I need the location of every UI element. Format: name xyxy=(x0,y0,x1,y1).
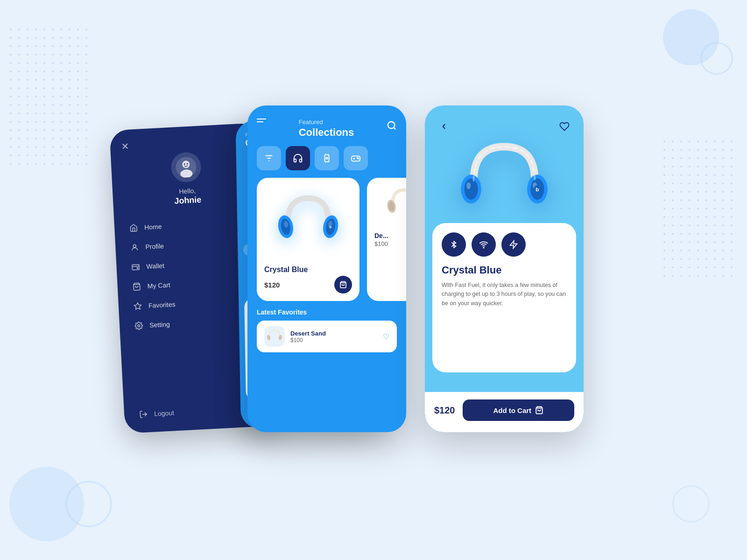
svg-point-58 xyxy=(483,247,484,248)
detail-footer: $120 Add to Cart xyxy=(425,392,584,432)
phone-main: Featured Collections xyxy=(247,105,406,432)
add-to-cart-icon-1[interactable] xyxy=(334,276,352,294)
deco-circle-2 xyxy=(700,42,733,75)
svg-marker-59 xyxy=(510,241,517,249)
svg-rect-10 xyxy=(132,265,140,270)
deco-circle-5 xyxy=(672,485,710,523)
user-greeting: Hello, Johnie xyxy=(174,187,202,206)
svg-point-11 xyxy=(137,267,138,268)
svg-point-19 xyxy=(388,122,395,129)
phone-detail: b Crystal Blue With Fas xyxy=(425,105,584,432)
fav-thumbnail xyxy=(264,326,285,347)
close-button[interactable]: ✕ xyxy=(121,141,129,153)
deco-circle-3 xyxy=(9,467,84,541)
search-icon[interactable] xyxy=(387,120,397,133)
detail-product-name: Crystal Blue xyxy=(442,264,567,276)
deco-circle-1 xyxy=(663,9,719,65)
headphone-image-main: b xyxy=(275,190,341,255)
svg-point-52 xyxy=(466,182,471,189)
hamburger-icon[interactable] xyxy=(257,119,266,122)
svg-marker-13 xyxy=(134,302,141,309)
svg-point-31 xyxy=(358,158,359,159)
add-to-cart-button[interactable]: Add to Cart xyxy=(463,399,575,421)
dot-pattern-left xyxy=(9,28,93,168)
detail-description: With Fast Fuel, it only takes a few minu… xyxy=(442,281,567,308)
detail-product-image: b xyxy=(425,130,584,223)
nav-logout[interactable]: Logout xyxy=(139,408,175,419)
cat-filter[interactable] xyxy=(257,146,281,170)
svg-rect-3 xyxy=(663,140,738,280)
svg-point-9 xyxy=(133,245,136,247)
product-price-1: $120 xyxy=(264,281,280,289)
svg-point-24 xyxy=(326,157,328,159)
cat-watch[interactable] xyxy=(315,146,339,170)
cat-headphones[interactable] xyxy=(286,146,310,170)
deco-circle-4 xyxy=(65,481,112,527)
cart-icon xyxy=(535,406,543,414)
svg-point-46 xyxy=(267,335,271,340)
collections-header: Featured Collections xyxy=(247,105,406,146)
product-card-partial: b De... $100 xyxy=(367,178,406,301)
svg-point-47 xyxy=(278,335,282,340)
detail-card: Crystal Blue With Fast Fuel, it only tak… xyxy=(432,223,576,372)
fav-price: $100 xyxy=(290,337,377,343)
fast-charge-icon[interactable] xyxy=(501,232,526,257)
detail-price: $120 xyxy=(434,405,455,416)
product-name-1: Crystal Blue xyxy=(264,266,352,274)
product-price-2: $100 xyxy=(374,240,406,247)
svg-point-14 xyxy=(138,325,140,327)
favorites-section: Latest Favorites Desert Sand $100 ♡ xyxy=(247,301,406,352)
category-tabs xyxy=(247,146,406,170)
product-price-row-1: $120 xyxy=(264,276,352,294)
favorites-title: Latest Favorites xyxy=(257,308,397,316)
feature-icons xyxy=(442,232,567,257)
products-list: b Crystal Blue $120 xyxy=(247,178,406,301)
wifi-icon[interactable] xyxy=(472,232,496,257)
product-card-crystal-blue: b Crystal Blue $120 xyxy=(257,178,359,301)
cat-gamepad[interactable] xyxy=(344,146,368,170)
bluetooth-icon[interactable] xyxy=(442,232,466,257)
avatar xyxy=(170,152,202,183)
svg-rect-1 xyxy=(9,28,93,168)
fav-name: Desert Sand xyxy=(290,330,377,337)
svg-point-51 xyxy=(465,179,478,200)
svg-rect-23 xyxy=(324,155,329,162)
favorite-item-1: Desert Sand $100 ♡ xyxy=(257,321,397,352)
svg-text:b: b xyxy=(536,186,539,193)
svg-line-12 xyxy=(134,284,140,285)
product-name-2: De... xyxy=(374,232,406,239)
dot-pattern-right xyxy=(663,140,738,280)
fav-heart-icon[interactable]: ♡ xyxy=(383,332,389,341)
